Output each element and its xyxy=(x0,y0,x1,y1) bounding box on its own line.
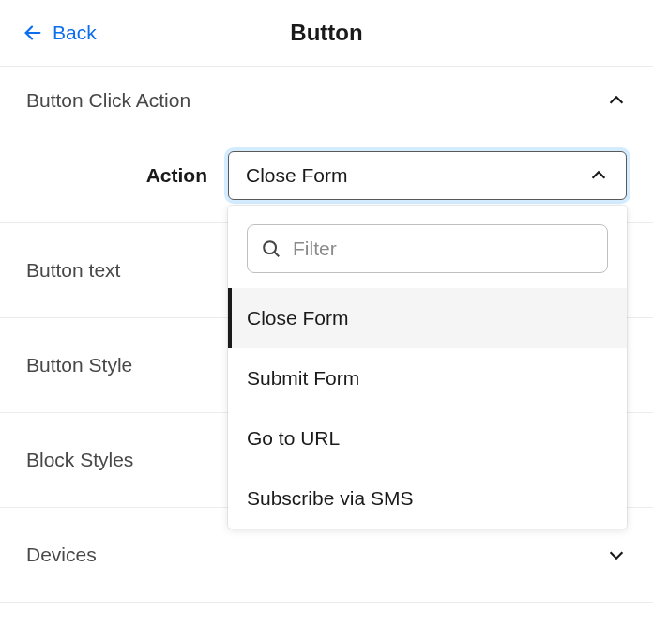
filter-wrap xyxy=(228,206,627,288)
svg-point-1 xyxy=(264,241,276,253)
option-label: Submit Form xyxy=(247,367,359,390)
action-options: Close Form Submit Form Go to URL Subscri… xyxy=(228,288,627,529)
section-title-click-action: Button Click Action xyxy=(26,89,190,112)
action-select-wrap: Close Form Clos xyxy=(228,151,627,200)
arrow-left-icon xyxy=(23,23,43,43)
chevron-up-icon xyxy=(588,165,609,186)
section-title-button-style: Button Style xyxy=(26,354,132,376)
section-title-devices: Devices xyxy=(26,544,97,566)
svg-line-2 xyxy=(274,252,279,256)
filter-input-wrap[interactable] xyxy=(247,224,608,273)
action-dropdown: Close Form Submit Form Go to URL Subscri… xyxy=(228,206,627,529)
filter-input[interactable] xyxy=(293,238,594,260)
option-label: Subscribe via SMS xyxy=(247,487,413,510)
action-field-label: Action xyxy=(26,164,228,187)
chevron-down-icon xyxy=(606,544,627,565)
action-field-row: Action Close Form xyxy=(26,151,627,200)
option-go-to-url[interactable]: Go to URL xyxy=(228,408,627,468)
option-subscribe-sms[interactable]: Subscribe via SMS xyxy=(228,468,627,529)
search-icon xyxy=(261,238,281,259)
section-title-block-styles: Block Styles xyxy=(26,449,133,470)
back-button[interactable]: Back xyxy=(23,22,97,44)
section-button-click-action: Button Click Action Action Close Form xyxy=(0,67,653,223)
section-title-button-text: Button text xyxy=(26,259,120,281)
action-select[interactable]: Close Form xyxy=(228,151,627,200)
option-label: Go to URL xyxy=(247,427,340,450)
action-select-value: Close Form xyxy=(246,164,348,187)
chevron-up-icon xyxy=(606,90,627,111)
option-submit-form[interactable]: Submit Form xyxy=(228,348,627,408)
back-label: Back xyxy=(53,22,97,44)
section-toggle-click-action[interactable]: Button Click Action xyxy=(26,89,627,112)
option-close-form[interactable]: Close Form xyxy=(228,288,627,348)
option-label: Close Form xyxy=(247,307,349,330)
panel-header: Back Button xyxy=(0,0,653,66)
page-title: Button xyxy=(290,20,362,46)
